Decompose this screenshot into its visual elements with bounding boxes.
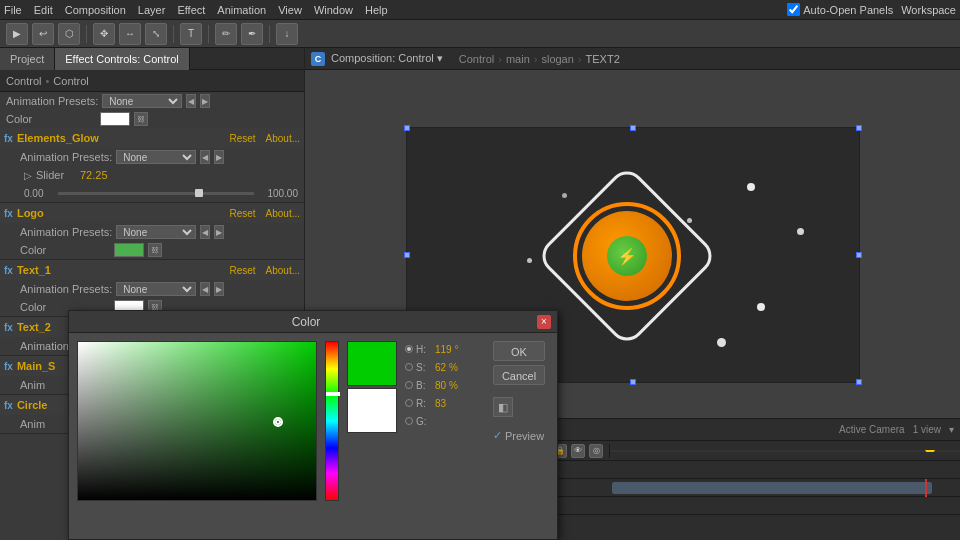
menubar: File Edit Composition Layer Effect Anima… bbox=[0, 0, 960, 20]
anim-presets-top-prev[interactable]: ◀ bbox=[186, 94, 196, 108]
breadcrumb-text2[interactable]: TEXT2 bbox=[586, 53, 620, 65]
toolbar-btn-10[interactable]: ↓ bbox=[276, 23, 298, 45]
toolbar-btn-7[interactable]: T bbox=[180, 23, 202, 45]
breadcrumb-slogan[interactable]: slogan bbox=[541, 53, 573, 65]
color-val-h[interactable]: 119 ° bbox=[435, 344, 458, 355]
tab-effect-controls[interactable]: Effect Controls: Control bbox=[55, 48, 190, 70]
logo-preset-label: Animation Presets: bbox=[20, 226, 112, 238]
toolbar-btn-4[interactable]: ✥ bbox=[93, 23, 115, 45]
menu-help[interactable]: Help bbox=[365, 4, 388, 16]
preview-checkmark: ✓ bbox=[493, 429, 502, 442]
toolbar-btn-6[interactable]: ⤡ bbox=[145, 23, 167, 45]
elements-glow-slider-max: 100.00 bbox=[258, 188, 298, 199]
toolbar-btn-8[interactable]: ✏ bbox=[215, 23, 237, 45]
tab-project[interactable]: Project bbox=[0, 48, 55, 70]
fx-name-circle: Circle bbox=[17, 399, 48, 411]
fx-about-elements-glow[interactable]: About... bbox=[266, 133, 300, 144]
color-gradient-area[interactable] bbox=[77, 341, 317, 501]
menu-file[interactable]: File bbox=[4, 4, 22, 16]
logo-next[interactable]: ▶ bbox=[214, 225, 224, 239]
menu-effect[interactable]: Effect bbox=[177, 4, 205, 16]
selection-handle-br[interactable] bbox=[856, 379, 862, 385]
toolbar-btn-2[interactable]: ↩ bbox=[32, 23, 54, 45]
fx-reset-text1[interactable]: Reset bbox=[229, 265, 255, 276]
text1-preset-dropdown[interactable]: None bbox=[116, 282, 196, 296]
color-dialog-close[interactable]: × bbox=[537, 315, 551, 329]
hue-slider[interactable] bbox=[325, 341, 339, 501]
menu-edit[interactable]: Edit bbox=[34, 4, 53, 16]
selection-handle-mr[interactable] bbox=[856, 252, 862, 258]
selection-handle-ml[interactable] bbox=[404, 252, 410, 258]
logo-color-swatch[interactable] bbox=[114, 243, 144, 257]
cancel-button[interactable]: Cancel bbox=[493, 365, 545, 385]
radio-g[interactable] bbox=[405, 417, 413, 425]
text1-next[interactable]: ▶ bbox=[214, 282, 224, 296]
logo-preset-dropdown[interactable]: None bbox=[116, 225, 196, 239]
tl-btn-eye[interactable]: 👁 bbox=[571, 444, 585, 458]
selection-handle-bc[interactable] bbox=[630, 379, 636, 385]
comp-view-count: 1 view bbox=[913, 424, 941, 435]
toolbar-btn-3[interactable]: ⬡ bbox=[58, 23, 80, 45]
fx-group-elements-glow: fx Elements_Glow Reset About... Animatio… bbox=[0, 128, 304, 203]
playhead-marker bbox=[925, 450, 935, 452]
color-val-r[interactable]: 83 bbox=[435, 398, 446, 409]
fx-name-logo: Logo bbox=[17, 207, 44, 219]
toolbar-sep-2 bbox=[173, 25, 174, 43]
fx-reset-logo[interactable]: Reset bbox=[229, 208, 255, 219]
elements-glow-prev[interactable]: ◀ bbox=[200, 150, 210, 164]
toolbar-btn-9[interactable]: ✒ bbox=[241, 23, 263, 45]
color-dialog[interactable]: Color × bbox=[68, 310, 558, 540]
selection-handle-tl[interactable] bbox=[404, 125, 410, 131]
elements-glow-slider-value[interactable]: 72.25 bbox=[80, 169, 108, 181]
radio-h[interactable] bbox=[405, 345, 413, 353]
color-input-s: S: 62 % bbox=[405, 359, 485, 375]
text1-prev[interactable]: ◀ bbox=[200, 282, 210, 296]
track-playhead-2 bbox=[925, 479, 927, 497]
radio-r[interactable] bbox=[405, 399, 413, 407]
fx-name-elements-glow: Elements_Glow bbox=[17, 132, 99, 144]
logo-prev[interactable]: ◀ bbox=[200, 225, 210, 239]
elements-glow-preset-row: Animation Presets: None ◀ ▶ bbox=[0, 148, 304, 166]
radio-s[interactable] bbox=[405, 363, 413, 371]
color-val-b[interactable]: 80 % bbox=[435, 380, 458, 391]
menu-view[interactable]: View bbox=[278, 4, 302, 16]
fx-about-text1[interactable]: About... bbox=[266, 265, 300, 276]
menu-animation[interactable]: Animation bbox=[217, 4, 266, 16]
ok-button[interactable]: OK bbox=[493, 341, 545, 361]
logo-color-row: Color ⛓ bbox=[0, 241, 304, 259]
playhead bbox=[925, 450, 935, 452]
color-dropper-btn[interactable]: ◧ bbox=[493, 397, 513, 417]
tl-btn-solo[interactable]: ◎ bbox=[589, 444, 603, 458]
fx-reset-elements-glow[interactable]: Reset bbox=[229, 133, 255, 144]
fx-badge-elements-glow: fx bbox=[4, 133, 13, 144]
auto-open-panels-checkbox[interactable] bbox=[787, 3, 800, 16]
breadcrumb-main[interactable]: main bbox=[506, 53, 530, 65]
fx-badge-circle: fx bbox=[4, 400, 13, 411]
preview-label: Preview bbox=[505, 430, 544, 442]
menu-composition[interactable]: Composition bbox=[65, 4, 126, 16]
elements-glow-preset-dropdown[interactable]: None bbox=[116, 150, 196, 164]
radio-b[interactable] bbox=[405, 381, 413, 389]
anim-presets-top-next[interactable]: ▶ bbox=[200, 94, 210, 108]
fx-name-text2: Text_2 bbox=[17, 321, 51, 333]
breadcrumb-control[interactable]: Control bbox=[459, 53, 494, 65]
color-val-s[interactable]: 62 % bbox=[435, 362, 458, 373]
preview-check-row: ✓ Preview bbox=[493, 429, 544, 442]
fx-name-text1: Text_1 bbox=[17, 264, 51, 276]
elements-glow-next[interactable]: ▶ bbox=[214, 150, 224, 164]
hue-thumb bbox=[326, 392, 340, 396]
panel-control-sub: Control bbox=[53, 75, 88, 87]
elements-glow-slider-track[interactable] bbox=[58, 192, 254, 195]
comp-icon: C bbox=[311, 52, 325, 66]
selection-handle-tr[interactable] bbox=[856, 125, 862, 131]
toolbar-btn-1[interactable]: ▶ bbox=[6, 23, 28, 45]
fx-about-logo[interactable]: About... bbox=[266, 208, 300, 219]
menu-layer[interactable]: Layer bbox=[138, 4, 166, 16]
toolbar-btn-5[interactable]: ↔ bbox=[119, 23, 141, 45]
anim-presets-top-dropdown[interactable]: None bbox=[102, 94, 182, 108]
selection-handle-tc[interactable] bbox=[630, 125, 636, 131]
elements-glow-slider-thumb[interactable] bbox=[195, 189, 203, 197]
menu-window[interactable]: Window bbox=[314, 4, 353, 16]
green-circle: ⚡ bbox=[607, 236, 647, 276]
color-top-swatch[interactable] bbox=[100, 112, 130, 126]
